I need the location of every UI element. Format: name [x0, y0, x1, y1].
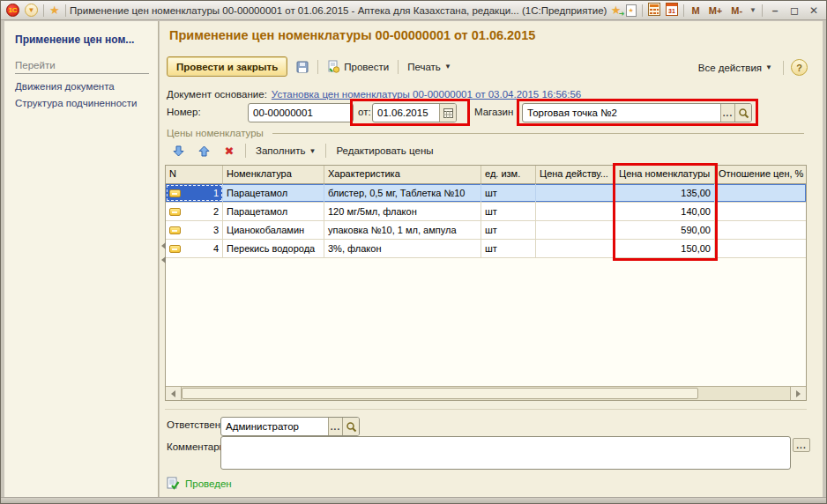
column-header-item-price[interactable]: Цена номенклатуры [615, 166, 715, 183]
memory-m-minus-button[interactable]: M- [729, 5, 744, 16]
store-label: Магазин [474, 107, 513, 117]
titlebar-separator [43, 4, 44, 17]
scrollbar-track[interactable] [698, 387, 790, 400]
row-marker-icon [169, 189, 181, 197]
prices-group-line [272, 133, 804, 134]
calendar-grid-icon [443, 108, 453, 118]
calculator-icon[interactable] [648, 3, 660, 19]
favorites-page-icon[interactable]: ★ [626, 4, 637, 17]
store-open-button[interactable] [734, 104, 751, 122]
row-marker-icon [169, 245, 181, 253]
fill-button[interactable]: Заполнить▼ [252, 142, 319, 160]
print-button[interactable]: Печать▼ [404, 57, 455, 76]
titlebar-separator [762, 4, 763, 17]
chevron-down-icon: ▼ [309, 147, 316, 155]
command-separator [317, 60, 318, 74]
titlebar-separator [683, 4, 684, 17]
save-button[interactable] [293, 58, 312, 76]
column-header-unit[interactable]: ед. изм. [481, 166, 536, 183]
table-empty-area [166, 258, 806, 386]
command-separator [398, 60, 399, 74]
comment-field[interactable] [220, 436, 791, 470]
post-and-close-button[interactable]: Провести и закрыть [167, 56, 287, 77]
memory-m-button[interactable]: M [689, 5, 701, 16]
scroll-right-button[interactable] [790, 387, 806, 400]
posted-status-text: Проведен [185, 478, 232, 489]
sidebar-section-goto: Перейти [15, 60, 149, 74]
horizontal-scrollbar[interactable] [166, 386, 806, 400]
window-bottom-frame [1, 497, 826, 503]
edit-prices-button[interactable]: Редактировать цены [332, 142, 436, 160]
minimize-button[interactable]: – [768, 4, 782, 17]
toolbar-overflow-chevron-icon[interactable]: ▼ [749, 6, 756, 14]
column-header-n[interactable]: N [166, 166, 223, 183]
row-marker-icon [169, 208, 181, 216]
section-divider [165, 409, 807, 410]
document-basis-row: Документ основание: Установка цен номенк… [167, 89, 581, 100]
table-row[interactable]: 3 Цианокобаламин упаковка №10, 1 мл, амп… [166, 221, 806, 240]
sidebar-splitter[interactable] [160, 237, 167, 269]
table-header-row: N Номенклатура Характеристика ед. изм. Ц… [166, 166, 806, 184]
add-to-favorites-icon[interactable]: ★➜ [611, 4, 622, 16]
table-row[interactable]: 2 Парацетамол 120 мг/5мл, флакон шт 140,… [166, 203, 806, 221]
svg-text:31: 31 [669, 8, 676, 14]
document-basis-link[interactable]: Установка цен номенклатуры 00-00000001 о… [272, 89, 581, 100]
arrow-left-icon [161, 242, 166, 249]
command-separator [245, 144, 246, 158]
chevron-down-icon: ▼ [444, 63, 451, 70]
comment-expand-button[interactable]: ... [793, 438, 810, 452]
close-button[interactable]: ✕ [807, 4, 821, 17]
row-marker-icon [169, 226, 181, 234]
chevron-down-icon: ▼ [765, 63, 772, 71]
magnifier-icon [738, 107, 749, 119]
all-actions-button[interactable]: Все действия▼ [695, 58, 776, 77]
scrollbar-thumb[interactable] [182, 388, 698, 399]
column-header-current-price[interactable]: Цена действу... [536, 166, 615, 183]
table-toolbar: ✖ Заполнить▼ Редактировать цены [168, 141, 437, 160]
posted-document-icon [167, 477, 180, 490]
memory-m-plus-button[interactable]: M+ [707, 5, 725, 16]
column-header-nomenclature[interactable]: Номенклатура [223, 166, 324, 183]
help-button[interactable]: ? [791, 59, 808, 76]
move-up-button[interactable] [194, 142, 213, 159]
sidebar-item-document-movements[interactable]: Движения документа [15, 81, 149, 92]
table-row[interactable]: 1 Парацетамол блистер, 0,5 мг, Таблетка … [166, 184, 806, 203]
titlebar: 1С ▼ ★ Применение цен номенклатуры 00-00… [1, 1, 826, 20]
sidebar-item-subordination-structure[interactable]: Структура подчиненности [15, 98, 149, 108]
1c-logo-icon: 1С [6, 4, 19, 17]
delete-row-button[interactable]: ✖ [220, 142, 239, 159]
move-down-button[interactable] [168, 142, 188, 159]
red-x-icon: ✖ [225, 145, 235, 158]
number-field[interactable]: 00-00000001 [248, 103, 354, 122]
sidebar-document-title: Применение цен ном... [15, 33, 149, 46]
calendar-icon[interactable]: 31 [666, 3, 678, 19]
scroll-left-button[interactable] [166, 387, 182, 400]
date-field[interactable]: 01.06.2015 [372, 103, 457, 122]
page-title: Применение цен номенклатуры 00-00000001 … [169, 28, 535, 42]
maximize-button[interactable]: ◻ [787, 4, 801, 17]
main-menu-button[interactable]: ▼ [25, 4, 38, 17]
arrow-left-icon [161, 256, 166, 263]
magnifier-icon [346, 421, 357, 433]
responsible-field[interactable]: Администратор ... [220, 417, 360, 436]
store-field[interactable]: Торговая точка №2 ... [522, 103, 752, 122]
favorites-star-icon[interactable]: ★ [49, 4, 60, 16]
responsible-select-button[interactable]: ... [328, 418, 342, 435]
table-row[interactable]: 4 Перекись водорода 3%, флакон шт 150,00 [166, 240, 806, 258]
sidebar: Применение цен ном... Перейти Движения д… [4, 21, 159, 497]
store-select-button[interactable]: ... [720, 104, 734, 122]
titlebar-separator [642, 4, 643, 17]
prices-group-title: Цены номенклатуры [167, 128, 264, 138]
date-picker-button[interactable] [439, 104, 456, 122]
actions-area: Все действия▼ ? [695, 58, 808, 77]
document-basis-label: Документ основание: [167, 89, 267, 100]
number-label: Номер: [167, 107, 201, 117]
command-bar: Провести и закрыть Провести Печать▼ [167, 56, 455, 77]
date-label: от: [358, 107, 371, 117]
column-header-price-ratio[interactable]: Отношение цен, % [715, 166, 806, 183]
column-header-characteristic[interactable]: Характеристика [324, 166, 481, 183]
responsible-open-button[interactable] [342, 418, 359, 435]
arrow-right-icon [796, 390, 801, 397]
prices-table: N Номенклатура Характеристика ед. изм. Ц… [165, 165, 807, 401]
post-button[interactable]: Провести [324, 57, 392, 76]
